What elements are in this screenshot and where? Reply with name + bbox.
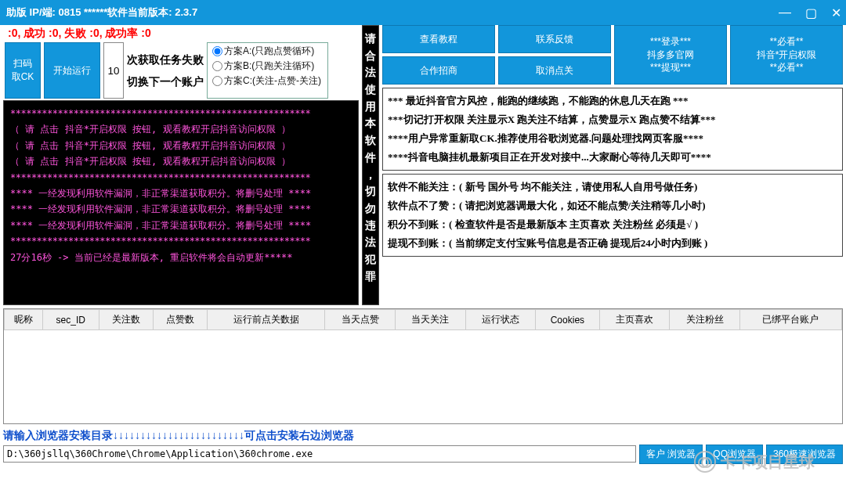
notice-box-2: 软件不能关注：( 新号 国外号 均不能关注，请使用私人自用号做任务) 软件点不了… xyxy=(382,174,843,257)
login-withdraw-button[interactable]: ***登录***抖多多官网***提现*** xyxy=(614,25,727,85)
bottom-bar: 请输入浏览器安装目录↓↓↓↓↓↓↓↓↓↓↓↓↓↓↓↓↓↓↓↓↓↓↓↓可点击安装右… xyxy=(0,427,846,466)
table-header[interactable]: 关注数 xyxy=(99,310,153,330)
radio-scheme-a[interactable]: 方案A:(只跑点赞循环) xyxy=(212,45,323,58)
action-button-grid: 查看教程 联系反馈 ***登录***抖多多官网***提现*** **必看**抖音… xyxy=(382,25,843,85)
scheme-radio-group: 方案A:(只跑点赞循环) 方案B:(只跑关注循环) 方案C:(关注-点赞-关注) xyxy=(207,42,328,99)
table-header[interactable]: 当天点赞 xyxy=(325,310,396,330)
window-controls: — ▢ ✕ xyxy=(779,0,841,25)
notice-box-1: *** 最近抖音官方风控，能跑的继续跑，不能跑的休息几天在跑 *** ***切记… xyxy=(382,88,843,171)
table-header[interactable]: 点赞数 xyxy=(153,310,207,330)
cooperation-button[interactable]: 合作招商 xyxy=(382,56,495,85)
close-button[interactable]: ✕ xyxy=(831,5,841,20)
stats-line: :0, 成功 :0, 失败 :0, 成功率 :0 xyxy=(5,27,357,41)
table-header[interactable]: 昵称 xyxy=(5,310,43,330)
table-header[interactable]: 运行状态 xyxy=(465,310,536,330)
cancel-follow-button[interactable]: 取消点关 xyxy=(498,56,611,85)
radio-scheme-c[interactable]: 方案C:(关注-点赞-关注) xyxy=(212,74,323,88)
maximize-button[interactable]: ▢ xyxy=(805,5,817,20)
browser-path-input[interactable] xyxy=(3,445,636,463)
table-header[interactable]: 关注粉丝 xyxy=(670,310,740,330)
log-console: ****************************************… xyxy=(3,100,359,305)
start-run-button[interactable]: 开始运行 xyxy=(44,42,100,99)
browser-360-button[interactable]: 360极速浏览器 xyxy=(766,445,843,464)
retry-count-input[interactable] xyxy=(103,42,124,99)
radio-a-input[interactable] xyxy=(212,46,222,56)
browser-path-prompt: 请输入浏览器安装目录↓↓↓↓↓↓↓↓↓↓↓↓↓↓↓↓↓↓↓↓↓↓↓↓可点击安装右… xyxy=(3,429,843,443)
titlebar: 助版 IP/端: 0815 ******软件当前版本: 2.3.7 — ▢ ✕ xyxy=(0,0,846,25)
browser-kehu-button[interactable]: 客户 浏览器 xyxy=(639,445,703,464)
radio-scheme-b[interactable]: 方案B:(只跑关注循环) xyxy=(212,59,323,73)
minimize-button[interactable]: — xyxy=(779,5,791,20)
window-title: 助版 IP/端: 0815 ******软件当前版本: 2.3.7 xyxy=(6,5,197,20)
radio-c-input[interactable] xyxy=(212,76,222,86)
table-header[interactable]: Cookies xyxy=(536,310,600,330)
browser-qq-button[interactable]: QQ浏览器 xyxy=(706,445,763,464)
douyin-permission-button[interactable]: **必看**抖音*开启权限**必看** xyxy=(730,25,843,85)
vertical-warning: 请合法使用本软件，切勿违法犯罪 xyxy=(362,25,379,305)
accounts-table-wrap[interactable]: 昵称sec_ID关注数点赞数运行前点关数据当天点赞当天关注运行状态Cookies… xyxy=(3,308,843,424)
table-header[interactable]: 运行前点关数据 xyxy=(208,310,325,330)
table-header[interactable]: 当天关注 xyxy=(395,310,465,330)
switch-label: 次获取任务失败 切换下一个账户 xyxy=(127,49,204,92)
table-header[interactable]: sec_ID xyxy=(42,310,99,330)
contact-feedback-button[interactable]: 联系反馈 xyxy=(498,25,611,53)
table-header[interactable]: 已绑平台账户 xyxy=(739,310,841,330)
accounts-table: 昵称sec_ID关注数点赞数运行前点关数据当天点赞当天关注运行状态Cookies… xyxy=(4,309,842,330)
view-tutorial-button[interactable]: 查看教程 xyxy=(382,25,495,53)
table-header[interactable]: 主页喜欢 xyxy=(599,310,670,330)
radio-b-input[interactable] xyxy=(212,61,222,71)
scan-ck-button[interactable]: 扫码 取CK xyxy=(5,42,41,99)
